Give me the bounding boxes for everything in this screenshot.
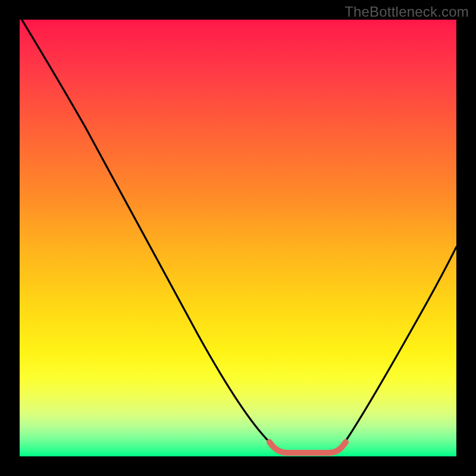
curve-path — [20, 20, 456, 453]
bottleneck-curve — [20, 20, 456, 456]
watermark-text: TheBottleneck.com — [345, 4, 469, 20]
plot-area — [20, 20, 456, 456]
optimal-range-marker — [270, 442, 346, 453]
chart-frame: TheBottleneck.com — [0, 0, 476, 476]
